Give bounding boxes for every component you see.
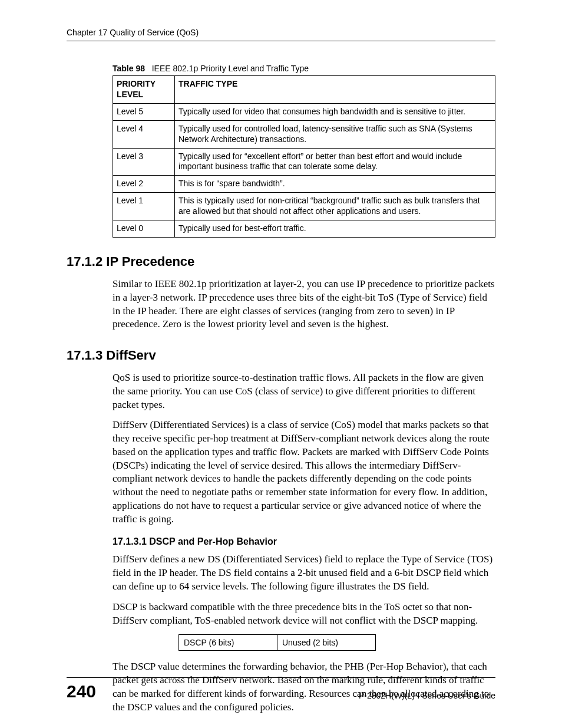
page-number: 240 (67, 683, 96, 700)
ds-cell-unused: Unused (2 bits) (277, 635, 376, 651)
cell-level: Level 3 (113, 148, 175, 176)
table-caption-text: IEEE 802.1p Priority Level and Traffic T… (152, 64, 309, 73)
table-row: Level 4 Typically used for controlled lo… (113, 120, 495, 148)
paragraph: QoS is used to prioritize source-to-dest… (113, 371, 495, 411)
cell-level: Level 1 (113, 193, 175, 220)
th-traffic-type: TRAFFIC TYPE (175, 76, 495, 104)
heading-diffserv: 17.1.3 DiffServ (67, 348, 495, 363)
paragraph: DSCP is backward compatible with the thr… (113, 601, 495, 628)
table-row: Level 5 Typically used for video that co… (113, 103, 495, 120)
priority-table: PRIORITY LEVEL TRAFFIC TYPE Level 5 Typi… (113, 75, 495, 238)
cell-level: Level 5 (113, 103, 175, 120)
cell-desc: Typically used for video that consumes h… (175, 103, 495, 120)
table-header-row: PRIORITY LEVEL TRAFFIC TYPE (113, 76, 495, 104)
heading-dscp-phb: 17.1.3.1 DSCP and Per-Hop Behavior (113, 536, 495, 547)
cell-desc: Typically used for controlled load, late… (175, 120, 495, 148)
paragraph: DiffServ defines a new DS (Differentiate… (113, 553, 495, 593)
guide-title: P-2802H(W)(L)-I Series User’s Guide (359, 691, 495, 700)
cell-desc: This is for “spare bandwidth”. (175, 176, 495, 193)
paragraph: Similar to IEEE 802.1p prioritization at… (113, 278, 495, 331)
heading-ip-precedence: 17.1.2 IP Precedence (67, 254, 495, 269)
table-caption: Table 98 IEEE 802.1p Priority Level and … (113, 64, 495, 73)
table-caption-label: Table 98 (113, 64, 145, 73)
cell-level: Level 2 (113, 176, 175, 193)
table-row: Level 1 This is typically used for non-c… (113, 193, 495, 220)
cell-level: Level 4 (113, 120, 175, 148)
cell-level: Level 0 (113, 220, 175, 238)
cell-desc: Typically used for “excellent effort” or… (175, 148, 495, 176)
cell-desc: This is typically used for non-critical … (175, 193, 495, 220)
paragraph: DiffServ (Differentiated Services) is a … (113, 419, 495, 526)
table-row: Level 0 Typically used for best-effort t… (113, 220, 495, 238)
running-header: Chapter 17 Quality of Service (QoS) (67, 28, 495, 41)
cell-desc: Typically used for best-effort traffic. (175, 220, 495, 238)
ds-field-figure: DSCP (6 bits) Unused (2 bits) (178, 634, 376, 651)
ds-cell-dscp: DSCP (6 bits) (179, 635, 277, 651)
th-priority-level: PRIORITY LEVEL (113, 76, 175, 104)
table-row: Level 2 This is for “spare bandwidth”. (113, 176, 495, 193)
table-row: Level 3 Typically used for “excellent ef… (113, 148, 495, 176)
